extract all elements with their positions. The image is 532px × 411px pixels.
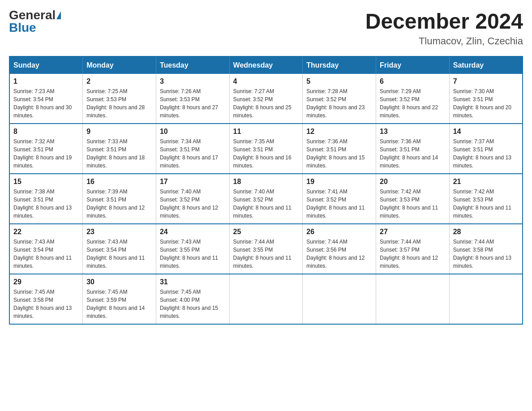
day-cell: 11Sunrise: 7:35 AMSunset: 3:51 PMDayligh… xyxy=(229,124,303,174)
day-info: Sunrise: 7:26 AMSunset: 3:53 PMDaylight:… xyxy=(160,87,226,120)
day-cell: 21Sunrise: 7:42 AMSunset: 3:53 PMDayligh… xyxy=(449,174,523,224)
day-info: Sunrise: 7:45 AMSunset: 3:59 PMDaylight:… xyxy=(86,288,152,320)
day-number: 9 xyxy=(86,128,152,136)
day-cell: 2Sunrise: 7:25 AMSunset: 3:53 PMDaylight… xyxy=(83,74,156,124)
day-number: 6 xyxy=(380,77,446,86)
day-info: Sunrise: 7:33 AMSunset: 3:51 PMDaylight:… xyxy=(86,137,152,170)
day-info: Sunrise: 7:42 AMSunset: 3:53 PMDaylight:… xyxy=(380,188,446,220)
header-sunday: Sunday xyxy=(9,56,83,74)
day-info: Sunrise: 7:44 AMSunset: 3:58 PMDaylight:… xyxy=(453,238,519,270)
header-tuesday: Tuesday xyxy=(156,56,229,74)
day-info: Sunrise: 7:40 AMSunset: 3:52 PMDaylight:… xyxy=(233,188,299,220)
day-cell: 12Sunrise: 7:36 AMSunset: 3:51 PMDayligh… xyxy=(303,124,376,174)
header-row: SundayMondayTuesdayWednesdayThursdayFrid… xyxy=(9,56,523,74)
week-row-4: 22Sunrise: 7:43 AMSunset: 3:54 PMDayligh… xyxy=(9,224,523,274)
day-info: Sunrise: 7:39 AMSunset: 3:51 PMDaylight:… xyxy=(86,188,152,220)
day-info: Sunrise: 7:44 AMSunset: 3:56 PMDaylight:… xyxy=(306,238,372,270)
day-cell: 19Sunrise: 7:41 AMSunset: 3:52 PMDayligh… xyxy=(303,174,376,224)
day-cell: 28Sunrise: 7:44 AMSunset: 3:58 PMDayligh… xyxy=(449,224,523,274)
day-number: 16 xyxy=(86,178,152,186)
day-cell: 14Sunrise: 7:37 AMSunset: 3:51 PMDayligh… xyxy=(449,124,523,174)
header-friday: Friday xyxy=(376,56,450,74)
day-info: Sunrise: 7:45 AMSunset: 3:58 PMDaylight:… xyxy=(13,288,79,320)
day-number: 2 xyxy=(86,77,152,86)
header-thursday: Thursday xyxy=(303,56,376,74)
day-info: Sunrise: 7:41 AMSunset: 3:52 PMDaylight:… xyxy=(306,188,372,220)
day-cell: 31Sunrise: 7:45 AMSunset: 4:00 PMDayligh… xyxy=(156,274,229,324)
page-header: General Blue December 2024 Tlumacov, Zli… xyxy=(9,9,523,47)
day-cell xyxy=(449,274,523,324)
day-number: 12 xyxy=(306,128,372,136)
day-cell: 23Sunrise: 7:43 AMSunset: 3:54 PMDayligh… xyxy=(83,224,156,274)
day-info: Sunrise: 7:27 AMSunset: 3:52 PMDaylight:… xyxy=(233,87,299,120)
day-info: Sunrise: 7:44 AMSunset: 3:55 PMDaylight:… xyxy=(233,238,299,270)
day-number: 11 xyxy=(233,128,299,136)
logo-triangle-icon xyxy=(56,11,61,19)
logo: General Blue xyxy=(9,9,61,34)
location-title: Tlumacov, Zlin, Czechia xyxy=(365,35,523,47)
day-number: 31 xyxy=(160,278,226,286)
week-row-5: 29Sunrise: 7:45 AMSunset: 3:58 PMDayligh… xyxy=(9,274,523,324)
day-number: 20 xyxy=(380,178,446,186)
day-number: 18 xyxy=(233,178,299,186)
day-number: 24 xyxy=(160,228,226,236)
day-cell: 18Sunrise: 7:40 AMSunset: 3:52 PMDayligh… xyxy=(229,174,303,224)
day-info: Sunrise: 7:23 AMSunset: 3:54 PMDaylight:… xyxy=(13,87,79,120)
day-info: Sunrise: 7:37 AMSunset: 3:51 PMDaylight:… xyxy=(453,137,519,170)
calendar-table: SundayMondayTuesdayWednesdayThursdayFrid… xyxy=(9,56,523,325)
day-cell: 6Sunrise: 7:29 AMSunset: 3:52 PMDaylight… xyxy=(376,74,450,124)
day-number: 21 xyxy=(453,178,519,186)
day-cell xyxy=(376,274,450,324)
day-number: 26 xyxy=(306,228,372,236)
day-cell: 10Sunrise: 7:34 AMSunset: 3:51 PMDayligh… xyxy=(156,124,229,174)
week-row-1: 1Sunrise: 7:23 AMSunset: 3:54 PMDaylight… xyxy=(9,74,523,124)
day-info: Sunrise: 7:43 AMSunset: 3:55 PMDaylight:… xyxy=(160,238,226,270)
day-cell: 27Sunrise: 7:44 AMSunset: 3:57 PMDayligh… xyxy=(376,224,450,274)
day-number: 7 xyxy=(453,77,519,86)
day-info: Sunrise: 7:36 AMSunset: 3:51 PMDaylight:… xyxy=(306,137,372,170)
day-info: Sunrise: 7:38 AMSunset: 3:51 PMDaylight:… xyxy=(13,188,79,220)
week-row-2: 8Sunrise: 7:32 AMSunset: 3:51 PMDaylight… xyxy=(9,124,523,174)
day-cell: 24Sunrise: 7:43 AMSunset: 3:55 PMDayligh… xyxy=(156,224,229,274)
week-row-3: 15Sunrise: 7:38 AMSunset: 3:51 PMDayligh… xyxy=(9,174,523,224)
day-number: 10 xyxy=(160,128,226,136)
title-section: December 2024 Tlumacov, Zlin, Czechia xyxy=(365,9,523,47)
day-cell: 16Sunrise: 7:39 AMSunset: 3:51 PMDayligh… xyxy=(83,174,156,224)
logo-general-text: General xyxy=(9,9,56,21)
day-cell: 9Sunrise: 7:33 AMSunset: 3:51 PMDaylight… xyxy=(83,124,156,174)
day-cell: 8Sunrise: 7:32 AMSunset: 3:51 PMDaylight… xyxy=(9,124,83,174)
day-info: Sunrise: 7:40 AMSunset: 3:52 PMDaylight:… xyxy=(160,188,226,220)
header-wednesday: Wednesday xyxy=(229,56,303,74)
day-info: Sunrise: 7:43 AMSunset: 3:54 PMDaylight:… xyxy=(13,238,79,270)
day-number: 4 xyxy=(233,77,299,86)
day-info: Sunrise: 7:35 AMSunset: 3:51 PMDaylight:… xyxy=(233,137,299,170)
logo-blue-text: Blue xyxy=(9,21,36,34)
day-cell: 29Sunrise: 7:45 AMSunset: 3:58 PMDayligh… xyxy=(9,274,83,324)
day-number: 1 xyxy=(13,77,79,86)
day-cell xyxy=(303,274,376,324)
day-number: 5 xyxy=(306,77,372,86)
header-monday: Monday xyxy=(83,56,156,74)
day-number: 17 xyxy=(160,178,226,186)
day-info: Sunrise: 7:42 AMSunset: 3:53 PMDaylight:… xyxy=(453,188,519,220)
day-cell: 17Sunrise: 7:40 AMSunset: 3:52 PMDayligh… xyxy=(156,174,229,224)
day-cell: 13Sunrise: 7:36 AMSunset: 3:51 PMDayligh… xyxy=(376,124,450,174)
day-cell: 7Sunrise: 7:30 AMSunset: 3:51 PMDaylight… xyxy=(449,74,523,124)
day-number: 19 xyxy=(306,178,372,186)
day-info: Sunrise: 7:44 AMSunset: 3:57 PMDaylight:… xyxy=(380,238,446,270)
day-number: 23 xyxy=(86,228,152,236)
day-number: 25 xyxy=(233,228,299,236)
day-info: Sunrise: 7:28 AMSunset: 3:52 PMDaylight:… xyxy=(306,87,372,120)
day-cell: 20Sunrise: 7:42 AMSunset: 3:53 PMDayligh… xyxy=(376,174,450,224)
day-number: 29 xyxy=(13,278,79,286)
day-number: 14 xyxy=(453,128,519,136)
day-cell: 5Sunrise: 7:28 AMSunset: 3:52 PMDaylight… xyxy=(303,74,376,124)
day-number: 27 xyxy=(380,228,446,236)
day-info: Sunrise: 7:45 AMSunset: 4:00 PMDaylight:… xyxy=(160,288,226,320)
day-cell xyxy=(229,274,303,324)
day-cell: 15Sunrise: 7:38 AMSunset: 3:51 PMDayligh… xyxy=(9,174,83,224)
day-info: Sunrise: 7:30 AMSunset: 3:51 PMDaylight:… xyxy=(453,87,519,120)
day-info: Sunrise: 7:36 AMSunset: 3:51 PMDaylight:… xyxy=(380,137,446,170)
day-number: 3 xyxy=(160,77,226,86)
month-title: December 2024 xyxy=(365,9,523,34)
